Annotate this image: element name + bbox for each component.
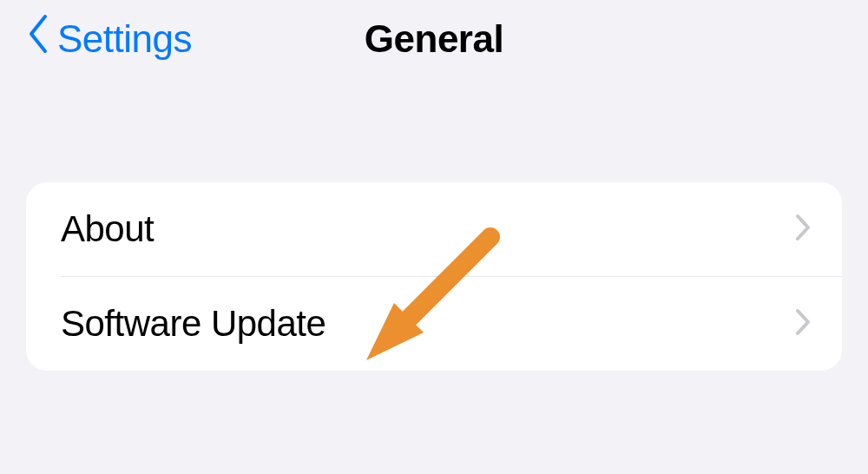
settings-list: About Software Update bbox=[26, 182, 842, 371]
back-button[interactable]: Settings bbox=[26, 15, 192, 63]
list-item-label: About bbox=[61, 208, 154, 250]
chevron-right-icon bbox=[795, 214, 811, 245]
back-label: Settings bbox=[57, 17, 192, 61]
page-title: General bbox=[365, 17, 503, 61]
chevron-left-icon bbox=[26, 13, 50, 63]
list-item-about[interactable]: About bbox=[26, 182, 842, 276]
list-item-software-update[interactable]: Software Update bbox=[26, 277, 842, 371]
chevron-right-icon bbox=[795, 308, 811, 339]
nav-bar: Settings General bbox=[0, 0, 868, 78]
list-item-label: Software Update bbox=[61, 303, 326, 345]
